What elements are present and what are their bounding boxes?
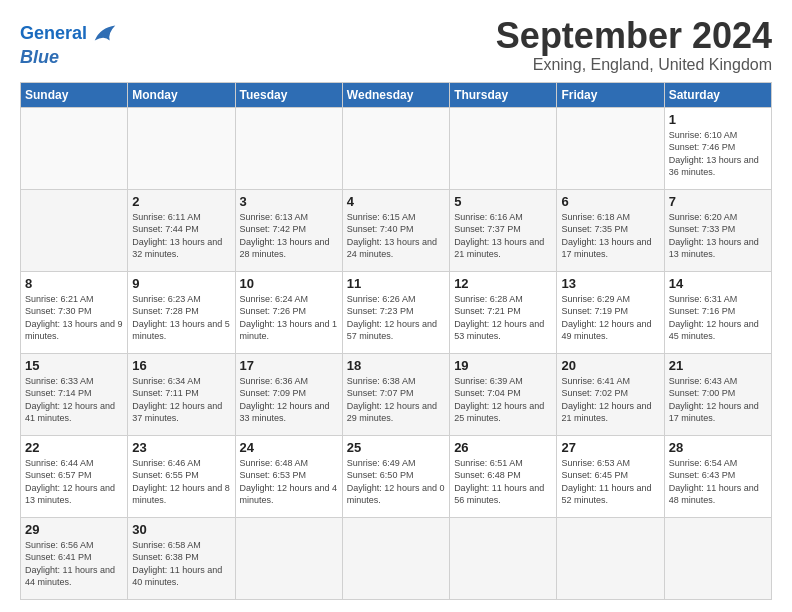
sunset: Sunset: 6:53 PM [240, 470, 307, 480]
sunrise: Sunrise: 6:18 AM [561, 212, 630, 222]
daylight: Daylight: 13 hours and 5 minutes. [132, 319, 230, 342]
day-info: Sunrise: 6:48 AM Sunset: 6:53 PM Dayligh… [240, 457, 338, 507]
sunrise: Sunrise: 6:34 AM [132, 376, 201, 386]
day-info: Sunrise: 6:36 AM Sunset: 7:09 PM Dayligh… [240, 375, 338, 425]
calendar-cell: 29 Sunrise: 6:56 AM Sunset: 6:41 PM Dayl… [21, 517, 128, 599]
calendar-cell: 9 Sunrise: 6:23 AM Sunset: 7:28 PM Dayli… [128, 271, 235, 353]
day-number: 13 [561, 276, 659, 291]
calendar-cell [664, 517, 771, 599]
calendar-cell: 2 Sunrise: 6:11 AM Sunset: 7:44 PM Dayli… [128, 189, 235, 271]
sunrise: Sunrise: 6:54 AM [669, 458, 738, 468]
sunrise: Sunrise: 6:15 AM [347, 212, 416, 222]
calendar-cell: 4 Sunrise: 6:15 AM Sunset: 7:40 PM Dayli… [342, 189, 449, 271]
sunrise: Sunrise: 6:49 AM [347, 458, 416, 468]
daylight: Daylight: 12 hours and 29 minutes. [347, 401, 437, 424]
daylight: Daylight: 12 hours and 57 minutes. [347, 319, 437, 342]
day-info: Sunrise: 6:43 AM Sunset: 7:00 PM Dayligh… [669, 375, 767, 425]
location-title: Exning, England, United Kingdom [496, 56, 772, 74]
day-number: 21 [669, 358, 767, 373]
sunset: Sunset: 6:45 PM [561, 470, 628, 480]
sunset: Sunset: 7:37 PM [454, 224, 521, 234]
sunrise: Sunrise: 6:39 AM [454, 376, 523, 386]
calendar-cell: 7 Sunrise: 6:20 AM Sunset: 7:33 PM Dayli… [664, 189, 771, 271]
calendar-header: SundayMondayTuesdayWednesdayThursdayFrid… [21, 82, 772, 107]
day-number: 18 [347, 358, 445, 373]
day-number: 12 [454, 276, 552, 291]
daylight: Daylight: 12 hours and 41 minutes. [25, 401, 115, 424]
day-number: 16 [132, 358, 230, 373]
sunset: Sunset: 7:44 PM [132, 224, 199, 234]
daylight: Daylight: 13 hours and 13 minutes. [669, 237, 759, 260]
sunrise: Sunrise: 6:13 AM [240, 212, 309, 222]
day-info: Sunrise: 6:26 AM Sunset: 7:23 PM Dayligh… [347, 293, 445, 343]
daylight: Daylight: 12 hours and 53 minutes. [454, 319, 544, 342]
calendar-cell: 10 Sunrise: 6:24 AM Sunset: 7:26 PM Dayl… [235, 271, 342, 353]
day-info: Sunrise: 6:38 AM Sunset: 7:07 PM Dayligh… [347, 375, 445, 425]
sunset: Sunset: 7:09 PM [240, 388, 307, 398]
sunrise: Sunrise: 6:51 AM [454, 458, 523, 468]
sunrise: Sunrise: 6:16 AM [454, 212, 523, 222]
sunset: Sunset: 7:33 PM [669, 224, 736, 234]
day-info: Sunrise: 6:16 AM Sunset: 7:37 PM Dayligh… [454, 211, 552, 261]
day-info: Sunrise: 6:54 AM Sunset: 6:43 PM Dayligh… [669, 457, 767, 507]
sunset: Sunset: 6:43 PM [669, 470, 736, 480]
sunset: Sunset: 6:38 PM [132, 552, 199, 562]
calendar-cell: 20 Sunrise: 6:41 AM Sunset: 7:02 PM Dayl… [557, 353, 664, 435]
calendar-cell: 22 Sunrise: 6:44 AM Sunset: 6:57 PM Dayl… [21, 435, 128, 517]
calendar-week-3: 8 Sunrise: 6:21 AM Sunset: 7:30 PM Dayli… [21, 271, 772, 353]
sunset: Sunset: 7:42 PM [240, 224, 307, 234]
sunset: Sunset: 7:07 PM [347, 388, 414, 398]
logo: General Blue [20, 20, 119, 68]
calendar-cell: 6 Sunrise: 6:18 AM Sunset: 7:35 PM Dayli… [557, 189, 664, 271]
sunrise: Sunrise: 6:20 AM [669, 212, 738, 222]
sunset: Sunset: 7:40 PM [347, 224, 414, 234]
day-info: Sunrise: 6:18 AM Sunset: 7:35 PM Dayligh… [561, 211, 659, 261]
calendar-cell [450, 517, 557, 599]
sunrise: Sunrise: 6:53 AM [561, 458, 630, 468]
day-number: 22 [25, 440, 123, 455]
calendar-cell [557, 107, 664, 189]
sunset: Sunset: 7:19 PM [561, 306, 628, 316]
day-number: 1 [669, 112, 767, 127]
daylight: Daylight: 13 hours and 9 minutes. [25, 319, 123, 342]
day-info: Sunrise: 6:34 AM Sunset: 7:11 PM Dayligh… [132, 375, 230, 425]
calendar-cell: 26 Sunrise: 6:51 AM Sunset: 6:48 PM Dayl… [450, 435, 557, 517]
sunset: Sunset: 7:14 PM [25, 388, 92, 398]
day-header-wednesday: Wednesday [342, 82, 449, 107]
day-info: Sunrise: 6:41 AM Sunset: 7:02 PM Dayligh… [561, 375, 659, 425]
day-info: Sunrise: 6:28 AM Sunset: 7:21 PM Dayligh… [454, 293, 552, 343]
calendar-table: SundayMondayTuesdayWednesdayThursdayFrid… [20, 82, 772, 600]
day-number: 8 [25, 276, 123, 291]
day-number: 23 [132, 440, 230, 455]
daylight: Daylight: 12 hours and 25 minutes. [454, 401, 544, 424]
sunrise: Sunrise: 6:11 AM [132, 212, 201, 222]
logo-general: General [20, 23, 87, 43]
sunrise: Sunrise: 6:29 AM [561, 294, 630, 304]
daylight: Daylight: 12 hours and 0 minutes. [347, 483, 445, 506]
day-info: Sunrise: 6:53 AM Sunset: 6:45 PM Dayligh… [561, 457, 659, 507]
calendar-cell: 13 Sunrise: 6:29 AM Sunset: 7:19 PM Dayl… [557, 271, 664, 353]
day-header-friday: Friday [557, 82, 664, 107]
daylight: Daylight: 11 hours and 52 minutes. [561, 483, 651, 506]
daylight: Daylight: 11 hours and 56 minutes. [454, 483, 544, 506]
calendar-cell: 5 Sunrise: 6:16 AM Sunset: 7:37 PM Dayli… [450, 189, 557, 271]
calendar-cell [342, 107, 449, 189]
daylight: Daylight: 12 hours and 45 minutes. [669, 319, 759, 342]
calendar-cell: 23 Sunrise: 6:46 AM Sunset: 6:55 PM Dayl… [128, 435, 235, 517]
sunset: Sunset: 7:21 PM [454, 306, 521, 316]
sunset: Sunset: 6:48 PM [454, 470, 521, 480]
calendar-cell [235, 517, 342, 599]
daylight: Daylight: 12 hours and 49 minutes. [561, 319, 651, 342]
daylight: Daylight: 12 hours and 33 minutes. [240, 401, 330, 424]
day-number: 6 [561, 194, 659, 209]
day-info: Sunrise: 6:15 AM Sunset: 7:40 PM Dayligh… [347, 211, 445, 261]
daylight: Daylight: 13 hours and 32 minutes. [132, 237, 222, 260]
calendar-cell: 25 Sunrise: 6:49 AM Sunset: 6:50 PM Dayl… [342, 435, 449, 517]
day-info: Sunrise: 6:20 AM Sunset: 7:33 PM Dayligh… [669, 211, 767, 261]
calendar-cell [128, 107, 235, 189]
month-title: September 2024 [496, 16, 772, 56]
daylight: Daylight: 12 hours and 37 minutes. [132, 401, 222, 424]
logo-blue: Blue [20, 48, 119, 68]
sunset: Sunset: 7:16 PM [669, 306, 736, 316]
calendar-cell [21, 189, 128, 271]
